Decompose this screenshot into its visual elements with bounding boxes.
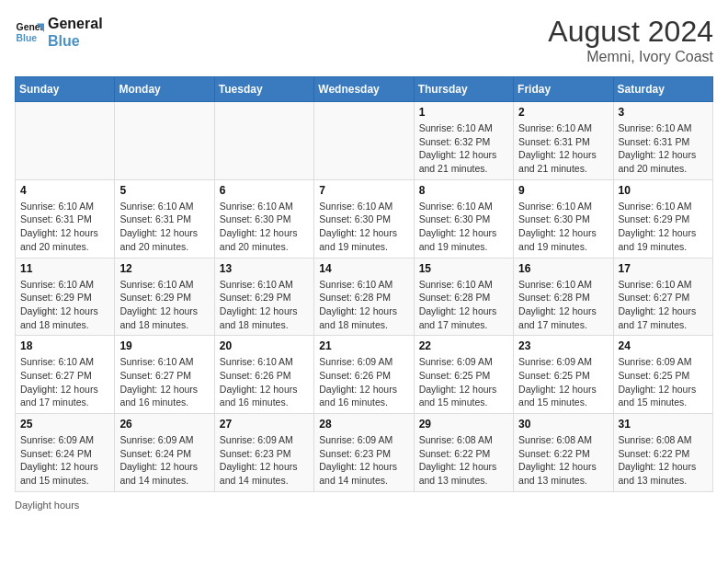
footer-note: Daylight hours — [15, 500, 713, 511]
calendar-day-cell: 10Sunrise: 6:10 AM Sunset: 6:29 PM Dayli… — [613, 179, 712, 258]
day-number: 10 — [619, 184, 708, 197]
calendar-week-row: 18Sunrise: 6:10 AM Sunset: 6:27 PM Dayli… — [16, 336, 713, 414]
calendar-day-cell: 8Sunrise: 6:10 AM Sunset: 6:30 PM Daylig… — [414, 179, 513, 258]
day-info: Sunrise: 6:09 AM Sunset: 6:25 PM Dayligh… — [619, 355, 708, 409]
day-info: Sunrise: 6:10 AM Sunset: 6:28 PM Dayligh… — [419, 278, 508, 332]
calendar-day-cell: 12Sunrise: 6:10 AM Sunset: 6:29 PM Dayli… — [115, 258, 214, 336]
day-number: 18 — [20, 339, 109, 352]
day-number: 30 — [518, 418, 608, 431]
day-info: Sunrise: 6:10 AM Sunset: 6:30 PM Dayligh… — [319, 200, 408, 254]
page-header: General Blue General Blue August 2024 Me… — [15, 15, 713, 65]
day-number: 21 — [319, 339, 408, 352]
day-number: 5 — [119, 184, 209, 197]
day-info: Sunrise: 6:10 AM Sunset: 6:29 PM Dayligh… — [619, 200, 708, 254]
calendar-table: SundayMondayTuesdayWednesdayThursdayFrid… — [15, 76, 713, 492]
logo: General Blue General Blue — [15, 15, 103, 50]
logo-general: General — [48, 15, 103, 32]
day-info: Sunrise: 6:08 AM Sunset: 6:22 PM Dayligh… — [619, 433, 708, 488]
calendar-day-cell: 21Sunrise: 6:09 AM Sunset: 6:26 PM Dayli… — [314, 336, 414, 414]
day-number: 26 — [119, 418, 209, 431]
day-info: Sunrise: 6:09 AM Sunset: 6:24 PM Dayligh… — [119, 433, 209, 488]
day-number: 20 — [220, 339, 309, 352]
calendar-week-row: 11Sunrise: 6:10 AM Sunset: 6:29 PM Dayli… — [16, 258, 713, 336]
calendar-day-cell: 9Sunrise: 6:10 AM Sunset: 6:30 PM Daylig… — [514, 179, 613, 258]
day-number: 8 — [419, 184, 508, 197]
day-number: 23 — [518, 339, 608, 352]
weekday-header: Saturday — [613, 77, 712, 102]
day-info: Sunrise: 6:10 AM Sunset: 6:29 PM Dayligh… — [119, 278, 209, 332]
logo-icon: General Blue — [15, 17, 44, 47]
calendar-day-cell: 2Sunrise: 6:10 AM Sunset: 6:31 PM Daylig… — [514, 102, 613, 180]
calendar-day-cell: 15Sunrise: 6:10 AM Sunset: 6:28 PM Dayli… — [414, 258, 513, 336]
day-number: 28 — [319, 418, 408, 431]
calendar-day-cell: 1Sunrise: 6:10 AM Sunset: 6:32 PM Daylig… — [414, 102, 513, 180]
day-info: Sunrise: 6:09 AM Sunset: 6:23 PM Dayligh… — [319, 433, 408, 488]
weekday-header: Friday — [514, 77, 613, 102]
calendar-day-cell: 20Sunrise: 6:10 AM Sunset: 6:26 PM Dayli… — [214, 336, 313, 414]
calendar-day-cell: 25Sunrise: 6:09 AM Sunset: 6:24 PM Dayli… — [16, 414, 115, 492]
day-info: Sunrise: 6:10 AM Sunset: 6:26 PM Dayligh… — [220, 355, 309, 409]
weekday-header: Sunday — [16, 77, 115, 102]
calendar-day-cell: 14Sunrise: 6:10 AM Sunset: 6:28 PM Dayli… — [314, 258, 414, 336]
day-number: 2 — [518, 106, 608, 119]
calendar-day-cell: 29Sunrise: 6:08 AM Sunset: 6:22 PM Dayli… — [414, 414, 513, 492]
svg-text:Blue: Blue — [17, 33, 38, 43]
calendar-day-cell: 18Sunrise: 6:10 AM Sunset: 6:27 PM Dayli… — [16, 336, 115, 414]
calendar-day-cell: 5Sunrise: 6:10 AM Sunset: 6:31 PM Daylig… — [115, 179, 214, 258]
day-info: Sunrise: 6:08 AM Sunset: 6:22 PM Dayligh… — [419, 433, 508, 488]
calendar-day-cell: 13Sunrise: 6:10 AM Sunset: 6:29 PM Dayli… — [214, 258, 313, 336]
day-info: Sunrise: 6:10 AM Sunset: 6:31 PM Dayligh… — [619, 121, 708, 176]
day-info: Sunrise: 6:10 AM Sunset: 6:32 PM Dayligh… — [419, 121, 508, 176]
calendar-day-cell: 27Sunrise: 6:09 AM Sunset: 6:23 PM Dayli… — [214, 414, 313, 492]
day-info: Sunrise: 6:10 AM Sunset: 6:31 PM Dayligh… — [20, 200, 109, 254]
day-info: Sunrise: 6:10 AM Sunset: 6:31 PM Dayligh… — [119, 200, 209, 254]
calendar-day-cell: 23Sunrise: 6:09 AM Sunset: 6:25 PM Dayli… — [514, 336, 613, 414]
calendar-day-cell: 28Sunrise: 6:09 AM Sunset: 6:23 PM Dayli… — [314, 414, 414, 492]
calendar-week-row: 25Sunrise: 6:09 AM Sunset: 6:24 PM Dayli… — [16, 414, 713, 492]
day-info: Sunrise: 6:10 AM Sunset: 6:29 PM Dayligh… — [20, 278, 109, 332]
weekday-header: Thursday — [414, 77, 513, 102]
weekday-header: Monday — [115, 77, 214, 102]
day-info: Sunrise: 6:10 AM Sunset: 6:27 PM Dayligh… — [119, 355, 209, 409]
calendar-day-cell — [214, 102, 313, 180]
weekday-header: Wednesday — [314, 77, 414, 102]
calendar-day-cell: 6Sunrise: 6:10 AM Sunset: 6:30 PM Daylig… — [214, 179, 313, 258]
logo-blue: Blue — [48, 32, 103, 50]
day-number: 9 — [518, 184, 608, 197]
day-number: 31 — [619, 418, 708, 431]
calendar-day-cell: 31Sunrise: 6:08 AM Sunset: 6:22 PM Dayli… — [613, 414, 712, 492]
day-info: Sunrise: 6:08 AM Sunset: 6:22 PM Dayligh… — [518, 433, 608, 488]
day-info: Sunrise: 6:09 AM Sunset: 6:26 PM Dayligh… — [319, 355, 408, 409]
day-info: Sunrise: 6:10 AM Sunset: 6:27 PM Dayligh… — [20, 355, 109, 409]
day-number: 14 — [319, 262, 408, 275]
calendar-day-cell: 16Sunrise: 6:10 AM Sunset: 6:28 PM Dayli… — [514, 258, 613, 336]
day-info: Sunrise: 6:09 AM Sunset: 6:23 PM Dayligh… — [220, 433, 309, 488]
day-number: 4 — [20, 184, 109, 197]
calendar-day-cell: 26Sunrise: 6:09 AM Sunset: 6:24 PM Dayli… — [115, 414, 214, 492]
day-info: Sunrise: 6:10 AM Sunset: 6:30 PM Dayligh… — [419, 200, 508, 254]
day-number: 19 — [119, 339, 209, 352]
calendar-day-cell — [16, 102, 115, 180]
calendar-day-cell: 11Sunrise: 6:10 AM Sunset: 6:29 PM Dayli… — [16, 258, 115, 336]
calendar-day-cell: 4Sunrise: 6:10 AM Sunset: 6:31 PM Daylig… — [16, 179, 115, 258]
title-block: August 2024 Memni, Ivory Coast — [548, 15, 713, 65]
day-number: 22 — [419, 339, 508, 352]
location-subtitle: Memni, Ivory Coast — [548, 49, 713, 65]
calendar-week-row: 4Sunrise: 6:10 AM Sunset: 6:31 PM Daylig… — [16, 179, 713, 258]
day-info: Sunrise: 6:09 AM Sunset: 6:25 PM Dayligh… — [419, 355, 508, 409]
day-number: 1 — [419, 106, 508, 119]
day-info: Sunrise: 6:09 AM Sunset: 6:24 PM Dayligh… — [20, 433, 109, 488]
day-info: Sunrise: 6:10 AM Sunset: 6:28 PM Dayligh… — [319, 278, 408, 332]
day-number: 24 — [619, 339, 708, 352]
day-info: Sunrise: 6:09 AM Sunset: 6:25 PM Dayligh… — [518, 355, 608, 409]
day-number: 3 — [619, 106, 708, 119]
weekday-header: Tuesday — [214, 77, 313, 102]
calendar-header-row: SundayMondayTuesdayWednesdayThursdayFrid… — [16, 77, 713, 102]
day-number: 29 — [419, 418, 508, 431]
day-info: Sunrise: 6:10 AM Sunset: 6:28 PM Dayligh… — [518, 278, 608, 332]
calendar-day-cell: 24Sunrise: 6:09 AM Sunset: 6:25 PM Dayli… — [613, 336, 712, 414]
calendar-day-cell: 22Sunrise: 6:09 AM Sunset: 6:25 PM Dayli… — [414, 336, 513, 414]
day-number: 27 — [220, 418, 309, 431]
day-number: 25 — [20, 418, 109, 431]
day-number: 17 — [619, 262, 708, 275]
